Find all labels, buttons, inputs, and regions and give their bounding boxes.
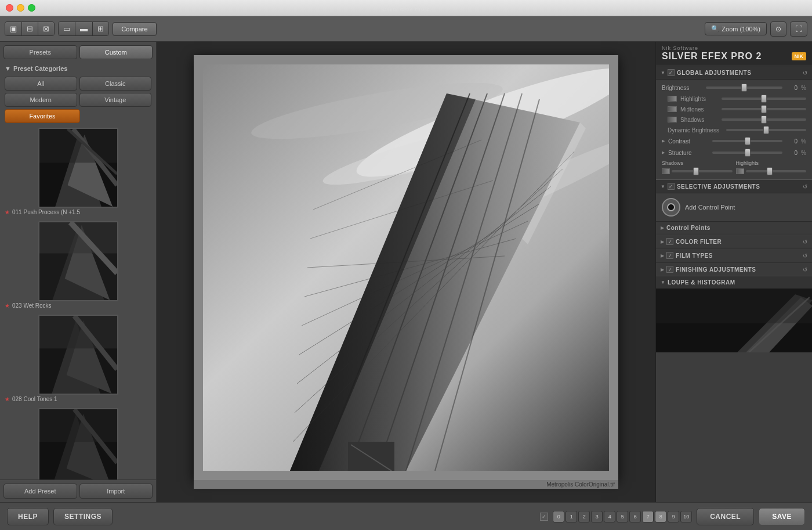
cat-modern-btn[interactable]: Modern — [5, 93, 77, 107]
import-button[interactable]: Import — [79, 484, 153, 499]
cat-classic-btn[interactable]: Classic — [79, 77, 152, 91]
structure-slider[interactable] — [712, 149, 782, 157]
global-adj-label: GLOBAL ADJUSTMENTS — [677, 70, 800, 76]
bottom-left-buttons: HELP SETTINGS — [7, 508, 113, 525]
finishing-adj-row[interactable]: ▶ ✓ FINISHING ADJUSTMENTS ↺ — [656, 262, 812, 276]
zoom-display[interactable]: 🔍 Zoom (100%) — [705, 22, 767, 35]
structure-knob[interactable] — [745, 149, 751, 157]
selective-adj-reset[interactable]: ↺ — [803, 183, 807, 190]
contrast-slider[interactable] — [712, 137, 782, 145]
cat-all-btn[interactable]: All — [5, 77, 77, 91]
list-item[interactable]: ★ 028 Cool Tones 1 — [2, 315, 154, 403]
preset-name: 028 Cool Tones 1 — [12, 396, 57, 402]
page-num-0[interactable]: 0 — [553, 511, 564, 522]
highlights-slider-icon — [736, 168, 744, 174]
help-button[interactable]: HELP — [7, 508, 49, 525]
loupe-header[interactable]: ▼ LOUPE & HISTOGRAM — [656, 276, 812, 289]
shadows-knob[interactable] — [761, 116, 767, 124]
shadows-slider[interactable] — [722, 116, 806, 124]
finishing-adj-check[interactable]: ✓ — [666, 266, 673, 273]
split-view-btn[interactable]: ⊟ — [22, 22, 38, 35]
highlights-label: Highlights — [680, 96, 718, 102]
presets-tab[interactable]: Presets — [3, 45, 77, 59]
layout-3-btn[interactable]: ⊞ — [93, 22, 108, 35]
selective-adj-check[interactable]: ✓ — [668, 183, 675, 190]
finishing-adj-reset[interactable]: ↺ — [803, 266, 807, 273]
global-adj-check[interactable]: ✓ — [668, 69, 675, 76]
page-num-9[interactable]: 9 — [668, 511, 679, 522]
film-types-reset[interactable]: ↺ — [803, 253, 807, 259]
color-filter-check[interactable]: ✓ — [666, 238, 673, 245]
page-num-3[interactable]: 3 — [591, 511, 603, 522]
page-num-4[interactable]: 4 — [604, 511, 615, 522]
close-button[interactable] — [6, 4, 13, 12]
film-types-arrow: ▶ — [661, 253, 664, 258]
layout-group[interactable]: ▭ ▬ ⊞ — [58, 21, 109, 36]
midtones-slider[interactable] — [722, 105, 806, 113]
preset-categories-header[interactable]: ▼ Preset Categories — [0, 63, 156, 74]
contrast-knob[interactable] — [745, 137, 751, 145]
layout-2-btn[interactable]: ▬ — [75, 22, 93, 35]
checkbox-container[interactable]: ✓ — [540, 513, 548, 521]
page-num-8[interactable]: 8 — [655, 511, 666, 522]
finishing-adj-arrow: ▶ — [661, 267, 664, 272]
brightness-slider[interactable] — [706, 84, 782, 92]
page-num-2[interactable]: 2 — [578, 511, 590, 522]
bottom-checkbox[interactable]: ✓ — [540, 513, 548, 521]
main-area: Presets Custom ▼ Preset Categories All C… — [0, 42, 812, 502]
dynamic-brightness-slider[interactable] — [726, 126, 806, 134]
side-by-side-btn[interactable]: ⊠ — [38, 22, 54, 35]
add-preset-button[interactable]: Add Preset — [3, 484, 77, 499]
page-num-6[interactable]: 6 — [629, 511, 641, 522]
control-points-row[interactable]: ▶ Control Points — [656, 221, 812, 235]
structure-arrow: ▶ — [662, 150, 665, 155]
global-adj-reset[interactable]: ↺ — [803, 70, 807, 76]
cancel-button[interactable]: CANCEL — [697, 508, 754, 525]
nik-title-row: SILVER EFEX PRO 2 NIK — [662, 51, 806, 62]
add-control-point-label: Add Control Point — [685, 204, 735, 211]
midtones-knob[interactable] — [761, 105, 767, 113]
bottom-bar: HELP SETTINGS ✓ 0 1 2 3 4 5 6 7 8 9 10 C… — [0, 502, 812, 530]
view-mode-group[interactable]: ▣ ⊟ ⊠ — [5, 21, 55, 36]
layout-1-btn[interactable]: ▭ — [59, 22, 75, 35]
photo-container: Metropolis ColorOriginal.tif — [194, 55, 618, 489]
selective-adj-label: SELECTIVE ADJUSTMENTS — [677, 183, 800, 190]
cat-favorites-btn[interactable]: Favorites — [5, 109, 80, 123]
page-num-7[interactable]: 7 — [642, 511, 654, 522]
loupe-btn[interactable]: ⊙ — [770, 21, 786, 37]
window-controls[interactable] — [6, 4, 35, 12]
page-num-10[interactable]: 10 — [680, 511, 692, 522]
selective-adj-header[interactable]: ▼ ✓ SELECTIVE ADJUSTMENTS ↺ — [656, 179, 812, 193]
settings-button[interactable]: SETTINGS — [53, 508, 113, 525]
minimize-button[interactable] — [17, 4, 24, 12]
preset-label: ★ 011 Push Process (N +1.5 — [2, 208, 154, 217]
custom-tab[interactable]: Custom — [79, 45, 153, 59]
midtones-icon — [668, 106, 677, 112]
highlights-str-knob[interactable] — [767, 167, 773, 175]
list-item[interactable]: ★ 023 Wet Rocks — [2, 221, 154, 310]
list-item[interactable]: ★ — [2, 408, 154, 479]
page-num-5[interactable]: 5 — [617, 511, 628, 522]
page-num-1[interactable]: 1 — [566, 511, 577, 522]
maximize-button[interactable] — [28, 4, 35, 12]
color-filter-row[interactable]: ▶ ✓ COLOR FILTER ↺ — [656, 235, 812, 248]
color-filter-reset[interactable]: ↺ — [803, 239, 807, 245]
save-button[interactable]: SAVE — [759, 508, 805, 525]
compare-button[interactable]: Compare — [113, 22, 156, 36]
list-item[interactable]: ★ 011 Push Process (N +1.5 — [2, 128, 154, 217]
highlights-knob[interactable] — [761, 95, 767, 103]
global-adjustments-header[interactable]: ▼ ✓ GLOBAL ADJUSTMENTS ↺ — [656, 66, 812, 80]
shadows-str-knob[interactable] — [693, 167, 699, 175]
cat-vintage-btn[interactable]: Vintage — [79, 93, 152, 107]
film-types-check[interactable]: ✓ — [666, 252, 673, 259]
single-view-btn[interactable]: ▣ — [5, 22, 22, 35]
highlights-slider[interactable] — [722, 95, 806, 103]
dynamic-brightness-knob[interactable] — [763, 126, 769, 134]
shadows-str-slider[interactable] — [672, 167, 733, 175]
film-types-row[interactable]: ▶ ✓ FILM TYPES ↺ — [656, 248, 812, 262]
shadows-label: Shadows — [680, 117, 718, 123]
brightness-knob[interactable] — [741, 84, 747, 92]
structure-highlights-group: Highlights — [736, 160, 807, 175]
highlights-str-slider[interactable] — [746, 167, 807, 175]
fullscreen-btn[interactable]: ⛶ — [790, 21, 807, 37]
